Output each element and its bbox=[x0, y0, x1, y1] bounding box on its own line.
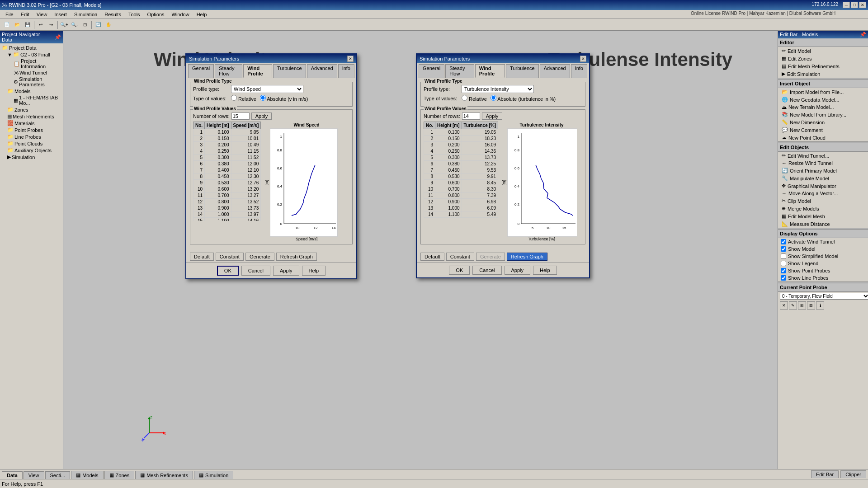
toolbar-open[interactable]: 📂 bbox=[12, 20, 22, 30]
right-edit-zones[interactable]: ▦ Edit Zones bbox=[778, 55, 868, 62]
tab-steady-wind[interactable]: Steady Flow bbox=[215, 64, 242, 78]
table-row[interactable]: 50.30013.73 bbox=[424, 155, 498, 161]
turb-default-btn[interactable]: Default bbox=[420, 253, 444, 261]
table-row[interactable]: 100.60013.20 bbox=[193, 186, 261, 192]
table-row[interactable]: 130.90013.73 bbox=[193, 205, 261, 211]
wind-cancel-btn[interactable]: Cancel bbox=[241, 266, 270, 276]
table-row[interactable]: 131.0006.09 bbox=[424, 205, 498, 211]
btab-models[interactable]: ▦ Models bbox=[71, 471, 103, 479]
right-panel-pin[interactable]: 📌 bbox=[860, 32, 866, 38]
tree-wind-tunnel[interactable]: 🌬 Wind Tunnel bbox=[1, 70, 62, 76]
table-row[interactable]: 40.25014.36 bbox=[424, 148, 498, 155]
menu-edit[interactable]: Edit bbox=[17, 11, 33, 18]
tab-info-turb[interactable]: Info bbox=[571, 64, 587, 78]
probe-info-btn[interactable]: ℹ bbox=[816, 301, 824, 310]
table-row[interactable]: 30.20016.09 bbox=[424, 142, 498, 148]
cb-line-probes-input[interactable] bbox=[781, 275, 786, 281]
table-row[interactable]: 80.45012.30 bbox=[193, 174, 261, 180]
btab-simulation[interactable]: ▦ Simulation bbox=[194, 471, 233, 479]
tab-turbulence-turb[interactable]: Turbulence bbox=[506, 64, 539, 78]
wind-generate-btn[interactable]: Generate bbox=[245, 253, 274, 261]
table-row[interactable]: 120.9006.98 bbox=[424, 199, 498, 205]
right-new-terrain[interactable]: ⛰ New Terrain Model... bbox=[778, 103, 868, 111]
toolbar-fit[interactable]: ⊡ bbox=[80, 20, 90, 30]
tree-rfem-model[interactable]: ▦ 1 - RFEM/RSTAB Mo... bbox=[1, 94, 62, 106]
table-row[interactable]: 10.1009.05 bbox=[193, 129, 261, 136]
tab-windprofile-turb[interactable]: Wind Profile bbox=[475, 64, 505, 78]
tab-general-turb[interactable]: General bbox=[419, 64, 444, 78]
menu-window[interactable]: Window bbox=[168, 11, 193, 18]
right-new-dimension[interactable]: 📏 New Dimension bbox=[778, 118, 868, 126]
table-row[interactable]: 100.7008.30 bbox=[424, 186, 498, 192]
right-edit-sim[interactable]: ▶ Edit Simulation bbox=[778, 70, 868, 78]
cb-wind-tunnel-input[interactable] bbox=[781, 239, 786, 244]
num-rows-input-wind[interactable] bbox=[231, 113, 250, 120]
table-row[interactable]: 110.8007.39 bbox=[424, 192, 498, 199]
right-clip-model[interactable]: ✂ Clip Model bbox=[778, 197, 868, 205]
right-import-model[interactable]: 📂 Import Model from File... bbox=[778, 88, 868, 96]
tree-point-probes[interactable]: 📁 Point Probes bbox=[1, 127, 62, 133]
probe-paste-btn[interactable]: ⊠ bbox=[807, 301, 815, 310]
tree-line-probes[interactable]: 📁 Line Probes bbox=[1, 133, 62, 140]
probe-delete-btn[interactable]: ✕ bbox=[780, 301, 788, 310]
tree-models[interactable]: 📁 Models bbox=[1, 88, 62, 94]
profile-type-select[interactable]: Wind Speed bbox=[231, 85, 303, 93]
btab-mesh[interactable]: ▦ Mesh Refinements bbox=[135, 471, 193, 479]
turb-help-btn[interactable]: Help bbox=[533, 266, 557, 275]
probe-copy-btn[interactable]: ⊞ bbox=[798, 301, 806, 310]
wind-apply-btn[interactable]: Apply bbox=[273, 266, 299, 276]
cb-legend-input[interactable] bbox=[781, 261, 786, 266]
right-new-point-cloud[interactable]: ☁ New Point Cloud bbox=[778, 134, 868, 141]
table-row[interactable]: 20.15010.01 bbox=[193, 136, 261, 142]
tree-point-clouds[interactable]: 📁 Point Clouds bbox=[1, 140, 62, 147]
cb-simplified-model-input[interactable] bbox=[781, 253, 786, 259]
menu-help[interactable]: Help bbox=[193, 11, 211, 18]
menu-tools[interactable]: Tools bbox=[125, 11, 144, 18]
current-probe-select[interactable]: 0 - Temporary, Flow Field bbox=[780, 293, 868, 300]
probe-edit-btn[interactable]: ✎ bbox=[789, 301, 797, 310]
table-row[interactable]: 80.5309.91 bbox=[424, 174, 498, 180]
relative-radio[interactable] bbox=[231, 95, 237, 101]
table-row[interactable]: 50.30011.52 bbox=[193, 155, 261, 161]
toolbar-zoom-in[interactable]: 🔍+ bbox=[59, 20, 69, 30]
table-row[interactable]: 70.40012.10 bbox=[193, 167, 261, 174]
menu-view[interactable]: View bbox=[33, 11, 51, 18]
right-orient-model[interactable]: 🔄 Orient Primary Model bbox=[778, 167, 868, 174]
table-row[interactable]: 151.10014.16 bbox=[193, 218, 261, 221]
wind-default-btn[interactable]: Default bbox=[190, 253, 214, 261]
toolbar-pan[interactable]: ✋ bbox=[104, 20, 113, 30]
turb-generate-btn[interactable]: Generate bbox=[476, 253, 505, 261]
tab-advanced-turb[interactable]: Advanced bbox=[540, 64, 570, 78]
close-button[interactable]: ✕ bbox=[859, 2, 866, 8]
tree-simulation[interactable]: ▶ Simulation bbox=[1, 154, 62, 160]
absolute-radio[interactable] bbox=[260, 95, 266, 101]
wind-help-btn[interactable]: Help bbox=[302, 266, 326, 276]
wind-constant-btn[interactable]: Constant bbox=[216, 253, 244, 261]
dialog-turb-close[interactable]: ✕ bbox=[580, 56, 586, 62]
menu-file[interactable]: File bbox=[2, 11, 17, 18]
right-new-library[interactable]: 📚 New Model from Library... bbox=[778, 111, 868, 118]
toolbar-zoom-out[interactable]: 🔍- bbox=[70, 20, 80, 30]
right-manipulate-model[interactable]: 🔧 Manipulate Model bbox=[778, 174, 868, 182]
right-graphical-manip[interactable]: ✥ Graphical Manipulator bbox=[778, 182, 868, 190]
table-row[interactable]: 90.53012.76 bbox=[193, 180, 261, 186]
right-new-geodata[interactable]: 🌐 New Geodata Model... bbox=[778, 96, 868, 103]
tree-mesh-ref[interactable]: ▤ Mesh Refinements bbox=[1, 113, 62, 120]
table-row[interactable]: 110.70013.27 bbox=[193, 192, 261, 199]
right-resize-wind-tunnel[interactable]: ↔ Resize Wind Tunnel bbox=[778, 160, 868, 167]
menu-insert[interactable]: Insert bbox=[51, 11, 71, 18]
tab-turbulence-wind[interactable]: Turbulence bbox=[273, 64, 306, 78]
right-edit-wind-tunnel[interactable]: ✏ Edit Wind Tunnel... bbox=[778, 152, 868, 160]
apply-rows-btn-turb[interactable]: Apply bbox=[482, 113, 503, 120]
right-measure-distance[interactable]: 📐 Measure Distance bbox=[778, 220, 868, 228]
toolbar-save[interactable]: 💾 bbox=[23, 20, 33, 30]
turb-apply-btn[interactable]: Apply bbox=[505, 266, 531, 275]
tab-info-wind[interactable]: Info bbox=[338, 64, 354, 78]
turb-ok-btn[interactable]: OK bbox=[449, 266, 470, 275]
table-row[interactable]: 70.4509.53 bbox=[424, 167, 498, 174]
turb-profile-type-select[interactable]: Turbulence Intensity bbox=[462, 85, 534, 93]
toolbar-undo[interactable]: ↩ bbox=[36, 20, 46, 30]
tab-advanced-wind[interactable]: Advanced bbox=[307, 64, 337, 78]
table-row[interactable]: 30.20010.49 bbox=[193, 142, 261, 148]
btab-edit-bar[interactable]: Edit Bar bbox=[811, 470, 839, 478]
